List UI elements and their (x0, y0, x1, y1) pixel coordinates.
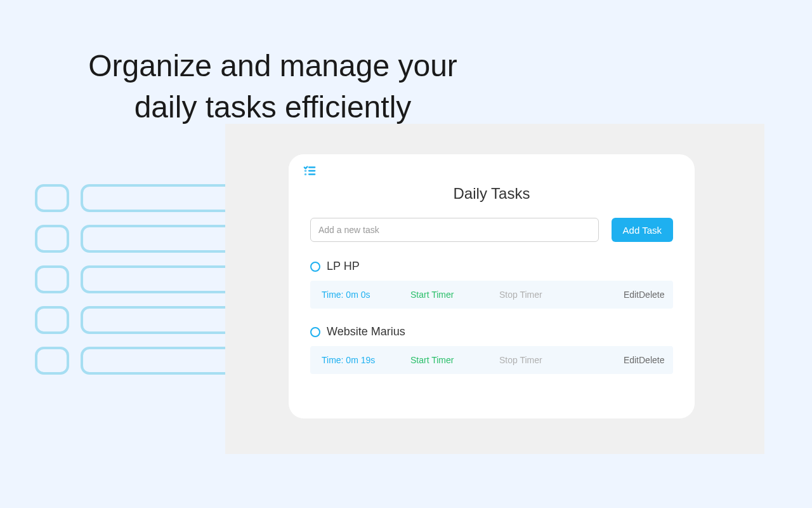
task-item: LP HP Time: 0m 0s Start Timer Stop Timer… (310, 260, 673, 309)
stop-timer-button[interactable]: Stop Timer (499, 290, 588, 300)
task-action-bar: Time: 0m 19s Start Timer Stop Timer Edit… (310, 346, 673, 374)
add-task-row: Add Task (310, 218, 673, 242)
task-item: Website Marius Time: 0m 19s Start Timer … (310, 325, 673, 374)
daily-tasks-card: Daily Tasks Add Task LP HP Time: 0m 0s S… (289, 154, 695, 418)
start-timer-button[interactable]: Start Timer (410, 290, 499, 300)
svg-point-3 (305, 171, 306, 171)
checklist-icon (289, 154, 331, 187)
add-task-button[interactable]: Add Task (612, 218, 673, 242)
start-timer-button[interactable]: Start Timer (410, 355, 499, 365)
edit-task-button[interactable]: Edit (588, 355, 639, 365)
svg-point-4 (305, 174, 306, 175)
task-complete-radio[interactable] (310, 262, 320, 272)
task-name: LP HP (327, 260, 360, 273)
add-task-input[interactable] (310, 218, 599, 242)
stop-timer-button[interactable]: Stop Timer (499, 355, 588, 365)
card-title: Daily Tasks (310, 185, 673, 203)
task-action-bar: Time: 0m 0s Start Timer Stop Timer Edit … (310, 281, 673, 309)
task-complete-radio[interactable] (310, 327, 320, 337)
app-preview-frame: Daily Tasks Add Task LP HP Time: 0m 0s S… (225, 124, 764, 454)
edit-task-button[interactable]: Edit (588, 290, 639, 300)
task-time-label: Time: 0m 19s (322, 355, 410, 365)
delete-task-button[interactable]: Delete (639, 355, 664, 365)
delete-task-button[interactable]: Delete (639, 290, 664, 300)
task-name: Website Marius (327, 325, 405, 338)
task-time-label: Time: 0m 0s (322, 290, 410, 300)
page-headline: Organize and manage your daily tasks eff… (57, 46, 488, 128)
